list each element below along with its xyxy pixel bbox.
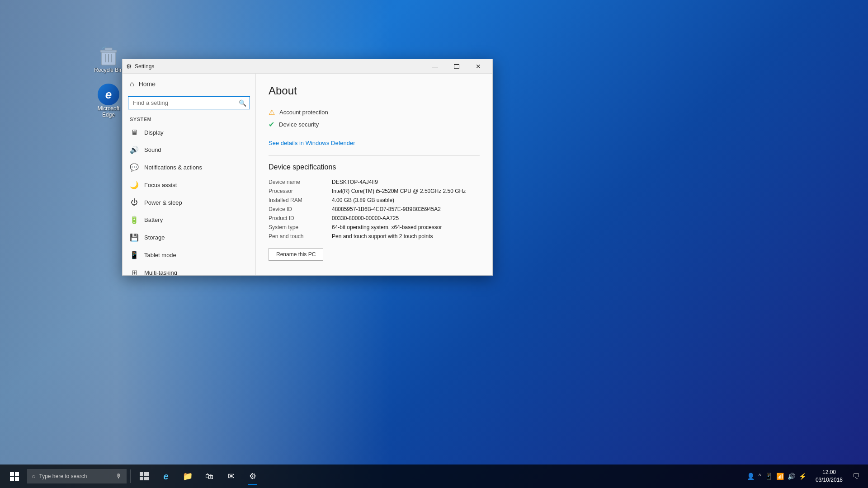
clock-time: 12:00 <box>816 469 843 476</box>
clock[interactable]: 12:00 03/10/2018 <box>812 469 846 484</box>
taskbar-right: 👤 ^ 📱 📶 🔊 ⚡ 12:00 03/10/2018 🗨 <box>743 466 864 486</box>
spec-label: Installed RAM <box>269 196 332 205</box>
display-icon: 🖥 <box>130 128 139 136</box>
windows-logo-icon <box>10 472 19 481</box>
taskbar-search-text: Type here to search <box>39 473 87 479</box>
mail-icon: ✉ <box>228 471 235 481</box>
spec-row: Device ID48085957-1B6B-4ED7-857E-9B9B035… <box>269 205 480 214</box>
svg-rect-8 <box>10 477 14 481</box>
recycle-bin-svg <box>98 45 119 67</box>
nav-item-tablet[interactable]: 📱 Tablet mode <box>123 246 255 264</box>
store-button[interactable]: 🛍 <box>199 466 219 486</box>
settings-icon: ⚙ <box>249 471 256 481</box>
title-bar: ⚙ Settings — 🗖 ✕ <box>123 59 492 74</box>
multitask-icon: ⊞ <box>130 268 139 275</box>
nav-label-storage: Storage <box>144 234 165 241</box>
store-icon: 🛍 <box>205 472 213 481</box>
spec-value: DESKTOP-4AJ4II9 <box>332 178 480 187</box>
nav-label-focus: Focus assist <box>144 182 177 188</box>
search-magnifier-icon: 🔍 <box>239 99 246 107</box>
window-body: ⌂ Home 🔍 System 🖥 Display 🔊 Sound <box>123 74 492 275</box>
nav-label-notifications: Notifications & actions <box>144 164 202 171</box>
rename-pc-button[interactable]: Rename this PC <box>269 248 323 261</box>
svg-rect-6 <box>10 472 14 476</box>
nav-item-display[interactable]: 🖥 Display <box>123 124 255 141</box>
title-bar-left: ⚙ Settings <box>126 63 154 70</box>
home-icon: ⌂ <box>130 80 134 88</box>
recycle-bin-icon[interactable]: Recycle Bin <box>90 45 127 73</box>
spec-row: ProcessorIntel(R) Core(TM) i5-2520M CPU … <box>269 187 480 196</box>
power-icon: ⏻ <box>130 198 139 206</box>
volume-icon[interactable]: 🔊 <box>788 473 795 480</box>
nav-item-power[interactable]: ⏻ Power & sleep <box>123 194 255 211</box>
search-input[interactable] <box>128 96 250 109</box>
svg-rect-12 <box>140 477 143 480</box>
sidebar: ⌂ Home 🔍 System 🖥 Display 🔊 Sound <box>123 74 256 275</box>
microphone-icon: 🎙 <box>116 473 122 480</box>
start-button[interactable] <box>4 465 25 487</box>
nav-label-sound: Sound <box>144 146 161 153</box>
spec-value: Pen and touch support with 2 touch point… <box>332 232 480 241</box>
tablet-tray-icon[interactable]: 📱 <box>765 473 773 480</box>
title-bar-controls: — 🗖 ✕ <box>425 60 489 73</box>
spec-row: System type64-bit operating system, x64-… <box>269 223 480 232</box>
spec-label: Product ID <box>269 214 332 223</box>
spec-row: Pen and touchPen and touch support with … <box>269 232 480 241</box>
spec-value: 64-bit operating system, x64-based proce… <box>332 223 480 232</box>
checkmark-icon: ✔ <box>269 120 274 129</box>
nav-label-multitask: Multi-tasking <box>144 269 177 275</box>
bluetooth-icon[interactable]: ⚡ <box>799 473 807 480</box>
settings-taskbar-button[interactable]: ⚙ <box>243 466 263 486</box>
folder-icon: 📁 <box>183 471 193 481</box>
home-label: Home <box>139 80 156 88</box>
spec-value: 4.00 GB (3.89 GB usable) <box>332 196 480 205</box>
nav-label-tablet: Tablet mode <box>144 252 176 258</box>
account-protection-label: Account protection <box>279 109 328 116</box>
svg-rect-10 <box>140 472 143 476</box>
network-icon[interactable]: 📶 <box>776 473 784 480</box>
nav-item-battery[interactable]: 🔋 Battery <box>123 211 255 229</box>
nav-item-storage[interactable]: 💾 Storage <box>123 229 255 246</box>
spec-value: Intel(R) Core(TM) i5-2520M CPU @ 2.50GHz… <box>332 187 480 196</box>
main-content: About ⚠ Account protection ✔ Device secu… <box>256 74 492 275</box>
taskbar-search-icon: ○ <box>32 473 35 480</box>
spec-label: Processor <box>269 187 332 196</box>
chevron-up-icon[interactable]: ^ <box>758 473 761 480</box>
mail-button[interactable]: ✉ <box>221 466 241 486</box>
file-explorer-button[interactable]: 📁 <box>178 466 198 486</box>
svg-rect-11 <box>144 472 149 476</box>
svg-rect-2 <box>105 48 112 51</box>
task-view-button[interactable] <box>134 466 154 486</box>
spec-label: Pen and touch <box>269 232 332 241</box>
spec-label: Device ID <box>269 205 332 214</box>
taskbar: ○ Type here to search 🎙 e 📁 🛍 ✉ ⚙ <box>0 465 868 488</box>
edge-desktop-icon[interactable]: e Microsoft Edge <box>90 84 127 118</box>
close-button[interactable]: ✕ <box>468 60 489 73</box>
taskbar-search[interactable]: ○ Type here to search 🎙 <box>27 469 127 483</box>
maximize-button[interactable]: 🗖 <box>446 60 467 73</box>
svg-rect-13 <box>144 477 149 480</box>
action-center-button[interactable]: 🗨 <box>848 466 864 486</box>
spec-label: Device name <box>269 178 332 187</box>
edge-label: Microsoft Edge <box>90 105 127 118</box>
nav-item-sound[interactable]: 🔊 Sound <box>123 141 255 159</box>
device-security-item: ✔ Device security <box>269 118 480 131</box>
defender-link[interactable]: See details in Windows Defender <box>269 140 480 146</box>
device-security-label: Device security <box>279 121 319 128</box>
settings-window: ⚙ Settings — 🗖 ✕ ⌂ Home 🔍 Sy <box>122 59 493 276</box>
svg-rect-7 <box>15 472 19 476</box>
search-box: 🔍 <box>128 96 250 109</box>
specs-title: Device specifications <box>269 163 480 171</box>
spec-row: Device nameDESKTOP-4AJ4II9 <box>269 178 480 187</box>
people-tray-icon[interactable]: 👤 <box>747 473 755 480</box>
minimize-button[interactable]: — <box>425 60 445 73</box>
task-view-icon <box>140 472 149 480</box>
warning-icon: ⚠ <box>269 108 275 117</box>
spec-label: System type <box>269 223 332 232</box>
nav-item-notifications[interactable]: 💬 Notifications & actions <box>123 159 255 176</box>
home-link[interactable]: ⌂ Home <box>123 74 255 94</box>
storage-icon: 💾 <box>130 233 139 242</box>
nav-item-multitasking[interactable]: ⊞ Multi-tasking <box>123 264 255 275</box>
edge-taskbar-button[interactable]: e <box>156 466 176 486</box>
nav-item-focus[interactable]: 🌙 Focus assist <box>123 176 255 194</box>
